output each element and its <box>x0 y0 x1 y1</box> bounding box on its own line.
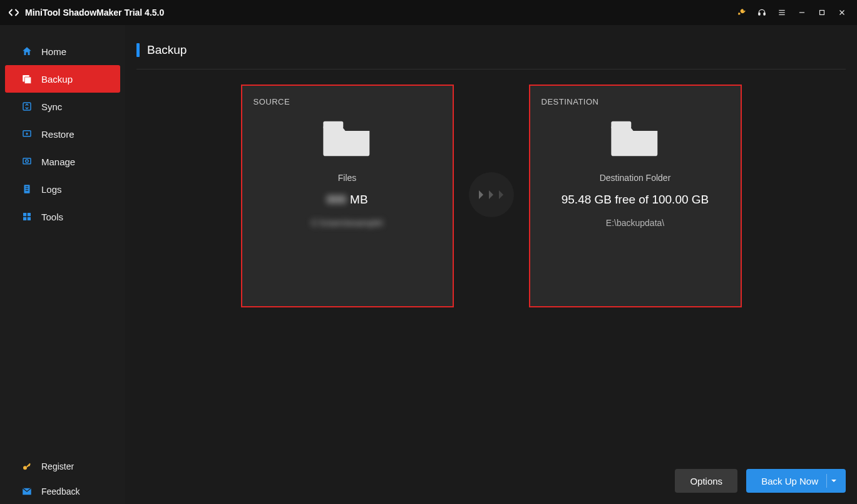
app-title: MiniTool ShadowMaker Trial 4.5.0 <box>25 8 164 18</box>
svg-rect-6 <box>820 11 824 15</box>
page-header: Backup <box>125 31 857 69</box>
destination-card[interactable]: DESTINATION Destination Folder 95.48 GB … <box>529 85 742 307</box>
close-button[interactable] <box>832 3 852 23</box>
destination-space: 95.48 GB free of 100.00 GB <box>562 193 709 207</box>
page-title: Backup <box>147 43 187 57</box>
backup-now-button[interactable]: Back Up Now <box>746 469 846 493</box>
sidebar-item-feedback[interactable]: Feedback <box>0 479 125 504</box>
svg-point-23 <box>23 466 27 470</box>
svg-rect-21 <box>23 217 26 220</box>
caret-down-icon[interactable] <box>827 478 841 484</box>
destination-path: E:\backupdata\ <box>606 218 664 228</box>
maximize-button[interactable] <box>812 3 832 23</box>
sidebar: Home Backup Sync Restore Manage Logs <box>0 25 125 504</box>
folder-icon <box>321 115 374 162</box>
svg-rect-0 <box>759 13 760 15</box>
chevrons-right-icon <box>469 172 514 217</box>
backup-now-label: Back Up Now <box>761 476 818 486</box>
sidebar-item-label: Feedback <box>41 486 80 496</box>
sidebar-item-sync[interactable]: Sync <box>0 93 125 120</box>
svg-point-14 <box>26 160 29 163</box>
sidebar-item-backup[interactable]: Backup <box>5 65 120 93</box>
svg-rect-10 <box>24 77 31 84</box>
svg-rect-25 <box>611 121 631 129</box>
sidebar-item-restore[interactable]: Restore <box>0 120 125 148</box>
sidebar-item-tools[interactable]: Tools <box>0 203 125 230</box>
app-logo-icon <box>8 6 20 19</box>
sidebar-item-manage[interactable]: Manage <box>0 148 125 175</box>
destination-type-label: Destination Folder <box>600 173 671 183</box>
source-card[interactable]: SOURCE Files 000 MB C:\Users\example\ <box>241 85 454 307</box>
sidebar-item-logs[interactable]: Logs <box>0 175 125 203</box>
headset-icon[interactable] <box>752 3 772 23</box>
sidebar-item-label: Restore <box>41 129 74 140</box>
svg-rect-22 <box>28 217 31 220</box>
source-size-unit: MB <box>350 193 368 207</box>
svg-rect-15 <box>24 185 30 193</box>
divider <box>136 69 846 69</box>
source-caption: SOURCE <box>242 86 302 106</box>
options-button[interactable]: Options <box>675 469 737 493</box>
svg-rect-24 <box>323 121 343 129</box>
footer-actions: Options Back Up Now <box>675 469 846 493</box>
sidebar-item-register[interactable]: Register <box>0 454 125 479</box>
svg-rect-1 <box>764 13 765 15</box>
sidebar-item-label: Sync <box>41 101 62 112</box>
destination-caption: DESTINATION <box>530 86 610 106</box>
source-type-label: Files <box>338 173 357 183</box>
svg-rect-19 <box>23 213 26 216</box>
svg-rect-13 <box>23 158 31 164</box>
folder-icon <box>609 115 662 162</box>
source-size: 000 MB <box>326 193 367 207</box>
minimize-button[interactable] <box>792 3 812 23</box>
sidebar-item-label: Logs <box>41 184 62 195</box>
sidebar-item-label: Register <box>41 461 74 471</box>
menu-icon[interactable] <box>772 3 792 23</box>
sidebar-item-label: Tools <box>41 212 63 222</box>
sidebar-item-label: Home <box>41 46 66 57</box>
svg-rect-20 <box>28 213 31 216</box>
source-size-value-obscured: 000 <box>326 193 346 207</box>
sidebar-item-label: Backup <box>41 74 73 85</box>
license-key-icon[interactable] <box>732 3 752 23</box>
accent-bar <box>136 43 140 57</box>
main-content: Backup SOURCE Files 000 MB C:\Users\exam… <box>125 25 857 504</box>
sidebar-item-home[interactable]: Home <box>0 38 125 65</box>
sidebar-item-label: Manage <box>41 157 75 167</box>
title-bar: MiniTool ShadowMaker Trial 4.5.0 <box>0 0 857 25</box>
source-path-obscured: C:\Users\example\ <box>311 218 383 228</box>
arrow-separator <box>454 85 529 217</box>
